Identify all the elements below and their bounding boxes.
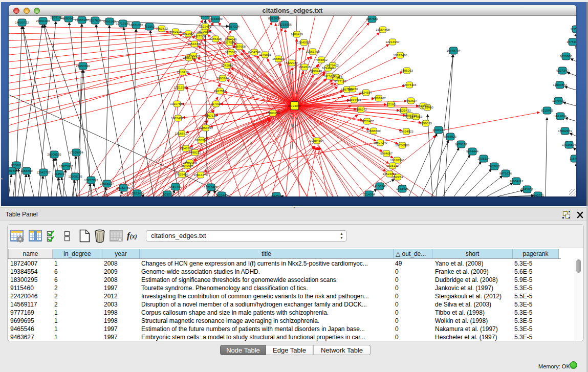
svg-text:1156809: 1156809 (20, 169, 33, 172)
svg-text:12905135: 12905135 (68, 174, 82, 178)
svg-text:20206535: 20206535 (47, 152, 61, 156)
svg-text:16033809: 16033809 (208, 17, 223, 20)
svg-text:17359924: 17359924 (69, 150, 83, 154)
svg-text:8912954: 8912954 (182, 32, 195, 35)
svg-text:2867608: 2867608 (233, 45, 246, 48)
svg-text:19654923: 19654923 (399, 129, 413, 133)
svg-text:1733426: 1733426 (396, 187, 409, 190)
svg-text:15640910: 15640910 (297, 40, 311, 44)
svg-text:9327503: 9327503 (193, 34, 206, 38)
svg-text:18300295: 18300295 (266, 111, 280, 115)
svg-text:12353594: 12353594 (199, 126, 213, 129)
svg-text:10025433: 10025433 (397, 108, 411, 112)
svg-text:10719185: 10719185 (116, 21, 130, 25)
svg-text:2935114: 2935114 (477, 157, 490, 160)
svg-text:7563822: 7563822 (156, 27, 168, 30)
svg-text:7886372: 7886372 (355, 107, 367, 111)
svg-text:14055712: 14055712 (15, 20, 29, 24)
svg-text:12942737: 12942737 (36, 170, 51, 174)
svg-text:9129966: 9129966 (560, 54, 573, 58)
svg-text:20364436: 20364436 (347, 98, 361, 101)
svg-text:9115460: 9115460 (421, 105, 433, 109)
svg-text:15226058: 15226058 (197, 30, 211, 33)
svg-text:9245652: 9245652 (521, 187, 534, 191)
svg-text:1453419: 1453419 (330, 75, 343, 79)
svg-text:16671355: 16671355 (129, 23, 143, 27)
svg-text:1643527: 1643527 (270, 194, 283, 196)
svg-text:252254: 252254 (393, 175, 403, 179)
svg-text:16120746: 16120746 (390, 158, 404, 162)
svg-text:16046798: 16046798 (179, 146, 193, 150)
svg-text:8322037: 8322037 (286, 61, 298, 64)
svg-text:17016504: 17016504 (562, 143, 576, 146)
svg-text:1406419: 1406419 (291, 32, 303, 36)
svg-text:10107554: 10107554 (170, 102, 184, 105)
svg-text:19218506: 19218506 (277, 23, 292, 26)
svg-text:1175107: 1175107 (570, 27, 576, 31)
svg-text:15716485: 15716485 (204, 185, 218, 189)
svg-text:10655287: 10655287 (75, 18, 89, 21)
svg-text:12213383: 12213383 (173, 85, 188, 89)
svg-text:7955812: 7955812 (315, 58, 328, 61)
svg-text:10975887: 10975887 (59, 164, 73, 168)
svg-text:6479197: 6479197 (455, 142, 468, 146)
svg-text:10807487: 10807487 (372, 96, 386, 100)
svg-text:6466160: 6466160 (103, 19, 116, 23)
svg-text:2087682: 2087682 (366, 17, 379, 20)
svg-text:9145731: 9145731 (532, 193, 545, 196)
svg-text:1588520: 1588520 (272, 57, 285, 60)
svg-text:8813054: 8813054 (268, 16, 281, 20)
svg-text:8267130: 8267130 (205, 114, 217, 117)
svg-text:16648794: 16648794 (446, 49, 461, 52)
svg-text:1314264: 1314264 (363, 192, 376, 196)
svg-text:1640934: 1640934 (432, 128, 445, 132)
svg-text:8215953: 8215953 (541, 108, 554, 112)
svg-text:917004: 917004 (211, 102, 222, 105)
svg-text:751552: 751552 (144, 25, 155, 28)
svg-text:19756928: 19756928 (395, 143, 409, 147)
svg-text:5498222: 5498222 (189, 150, 202, 154)
svg-text:19166827: 19166827 (175, 132, 189, 135)
svg-text:8427552: 8427552 (214, 89, 227, 93)
svg-text:7625402: 7625402 (176, 172, 189, 176)
svg-text:10688609: 10688609 (366, 129, 381, 133)
svg-text:9084067: 9084067 (380, 151, 393, 155)
svg-text:62160: 62160 (386, 102, 396, 106)
svg-text:1621064: 1621064 (554, 114, 567, 118)
svg-text:9227342: 9227342 (556, 69, 569, 72)
svg-text:10973493: 10973493 (393, 53, 407, 57)
svg-text:114519: 114519 (54, 172, 65, 176)
svg-text:19384554: 19384554 (310, 139, 324, 142)
svg-text:1562615: 1562615 (298, 65, 311, 69)
svg-text:12213967: 12213967 (385, 40, 400, 43)
svg-text:2718126: 2718126 (177, 70, 189, 74)
svg-text:9463627: 9463627 (405, 99, 418, 102)
svg-text:16543382: 16543382 (187, 42, 202, 46)
svg-text:1244419: 1244419 (552, 99, 565, 102)
svg-text:9242848: 9242848 (221, 63, 234, 67)
svg-text:8990448: 8990448 (310, 69, 322, 73)
svg-text:2803144: 2803144 (216, 76, 229, 80)
svg-text:1527602: 1527602 (89, 18, 102, 22)
svg-text:7857224: 7857224 (227, 25, 240, 28)
svg-text:15692971: 15692971 (558, 129, 572, 133)
svg-text:16782759: 16782759 (116, 186, 130, 189)
svg-text:10961758: 10961758 (306, 50, 320, 53)
svg-text:1540994: 1540994 (181, 164, 194, 167)
svg-text:835061: 835061 (11, 163, 22, 167)
svg-text:7485063: 7485063 (401, 69, 413, 72)
svg-text:746266: 746266 (347, 87, 358, 91)
svg-text:5938923: 5938923 (444, 135, 457, 138)
svg-text:16154808: 16154808 (376, 28, 390, 31)
svg-text:8960128: 8960128 (169, 30, 182, 33)
svg-text:1023449: 1023449 (215, 193, 228, 196)
svg-text:9457791: 9457791 (169, 185, 182, 188)
svg-text:15720407: 15720407 (360, 119, 374, 123)
svg-text:14136141: 14136141 (373, 184, 387, 188)
svg-text:9327508: 9327508 (223, 40, 236, 44)
svg-text:9474444: 9474444 (466, 149, 479, 153)
svg-text:9777169: 9777169 (334, 79, 347, 83)
svg-text:9896741: 9896741 (183, 56, 195, 59)
svg-text:7632621: 7632621 (488, 164, 501, 168)
svg-text:20691406: 20691406 (36, 19, 50, 23)
